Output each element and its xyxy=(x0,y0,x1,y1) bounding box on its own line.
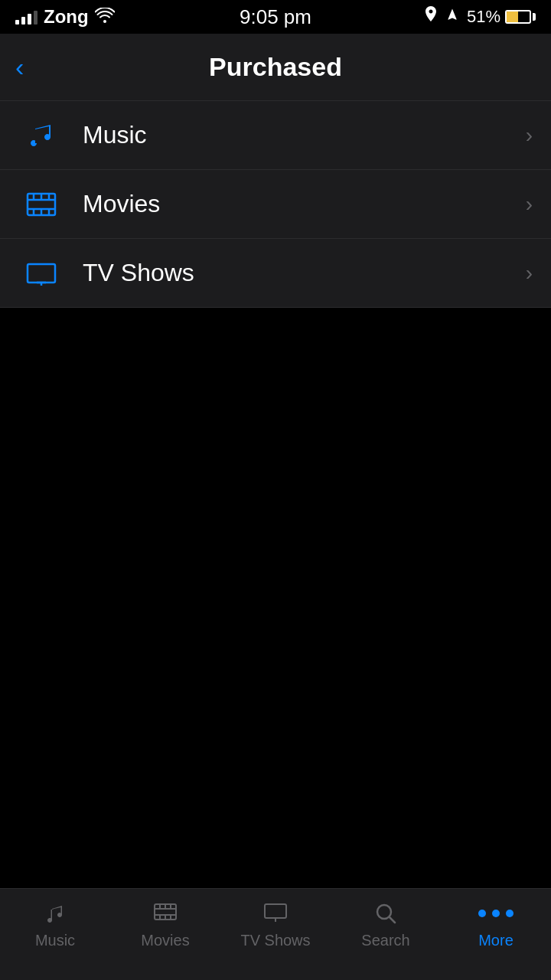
dot-2 xyxy=(492,910,500,917)
movies-label: Movies xyxy=(83,190,526,218)
svg-rect-21 xyxy=(265,904,286,918)
svg-rect-9 xyxy=(28,264,55,283)
status-left: Zong xyxy=(15,6,115,28)
back-chevron-icon: ‹ xyxy=(15,54,24,80)
tab-tvshows[interactable]: TV Shows xyxy=(220,900,331,949)
tab-movies-icon xyxy=(148,900,182,927)
battery-container: 51% xyxy=(467,7,536,27)
status-bar: Zong 9:05 pm 51% xyxy=(0,0,551,34)
page-title: Purchased xyxy=(209,52,342,82)
list-item-movies[interactable]: Movies › xyxy=(0,170,551,239)
music-icon xyxy=(18,113,64,158)
location-icon xyxy=(424,6,438,28)
movies-icon xyxy=(18,181,64,227)
list-item-tvshows[interactable]: TV Shows › xyxy=(0,239,551,308)
purchased-list: Music › Movies › xyxy=(0,101,551,308)
tab-more-label: More xyxy=(478,932,514,949)
tvshows-chevron-icon: › xyxy=(526,261,533,286)
carrier-label: Zong xyxy=(44,6,89,28)
tab-tvshows-label: TV Shows xyxy=(240,932,310,949)
svg-line-25 xyxy=(390,917,395,923)
tab-more[interactable]: More xyxy=(441,900,551,949)
music-chevron-icon: › xyxy=(526,123,533,148)
tab-movies[interactable]: Movies xyxy=(110,900,220,949)
tab-search-label: Search xyxy=(361,932,409,949)
tvshows-label: TV Shows xyxy=(83,259,526,287)
dot-3 xyxy=(506,910,514,917)
tab-more-icon xyxy=(479,900,513,927)
tab-movies-label: Movies xyxy=(141,932,189,949)
nav-bar: ‹ Purchased xyxy=(0,34,551,101)
tvshows-icon xyxy=(18,250,64,296)
tab-music-label: Music xyxy=(35,932,75,949)
movies-chevron-icon: › xyxy=(526,192,533,217)
signal-icon xyxy=(15,9,37,24)
tab-music[interactable]: Music xyxy=(0,900,110,949)
status-right: 51% xyxy=(424,6,536,28)
music-label: Music xyxy=(83,121,526,149)
battery-percentage: 51% xyxy=(467,7,500,27)
back-button[interactable]: ‹ xyxy=(15,55,24,80)
clock: 9:05 pm xyxy=(240,5,311,29)
tab-search-icon xyxy=(369,900,403,927)
tab-search[interactable]: Search xyxy=(331,900,441,949)
wifi-icon xyxy=(95,8,115,27)
tab-tvshows-icon xyxy=(259,900,292,927)
dot-1 xyxy=(478,910,486,917)
battery-icon xyxy=(505,10,536,24)
tab-music-icon xyxy=(38,900,72,927)
tab-bar: Music Movies TV xyxy=(0,888,551,980)
list-item-music[interactable]: Music › xyxy=(0,101,551,170)
nav-icon xyxy=(445,6,459,28)
